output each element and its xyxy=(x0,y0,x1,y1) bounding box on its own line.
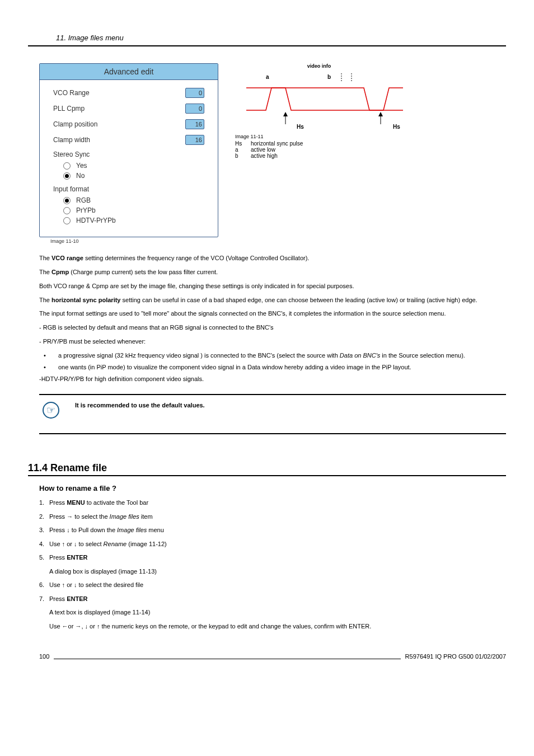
diagram-hs-left: Hs xyxy=(297,124,304,130)
clamp-width-input[interactable]: 16 xyxy=(185,135,204,145)
pll-cpmp-input[interactable]: 0 xyxy=(185,104,204,114)
input-prypb-label: PrYPb xyxy=(76,206,96,214)
svg-marker-3 xyxy=(283,112,288,116)
stereo-yes-radio[interactable]: Yes xyxy=(63,162,204,170)
para-hdtv: -HDTV-PR/Y/PB for high definition compon… xyxy=(39,375,506,383)
diagram-title: video info xyxy=(235,63,403,69)
input-hdtv-label: HDTV-PrYPb xyxy=(76,217,116,224)
radio-icon xyxy=(63,217,71,224)
diagram-caption: Image 11-11 xyxy=(235,134,506,139)
para-rgb: - RGB is selected by default and means t… xyxy=(39,323,506,332)
sync-diagram: a b Hs Hs xyxy=(235,71,403,133)
pll-cpmp-label: PLL Cpmp xyxy=(53,105,85,112)
para-hsync: The horizontal sync polarity setting can… xyxy=(39,296,506,304)
radio-icon xyxy=(63,197,71,204)
step-5-sub: A dialog box is displayed (image 11-13) xyxy=(49,567,506,576)
vco-range-label: VCO Range xyxy=(53,89,90,97)
section-heading: 11.4 Rename file xyxy=(28,462,506,476)
step-1: 1.Press MENU to activate the Tool bar xyxy=(39,498,506,508)
panel-title: Advanced edit xyxy=(40,64,218,80)
stereo-yes-label: Yes xyxy=(76,162,87,170)
bullet-progressive: a progressive signal (32 kHz frequency v… xyxy=(39,351,506,360)
pointing-hand-icon: ☞ xyxy=(43,402,59,419)
clamp-width-label: Clamp width xyxy=(53,136,90,144)
para-input-format: The input format settings are used to "t… xyxy=(39,309,506,318)
step-7-sub1: A text box is displayed (image 11-14) xyxy=(49,608,506,617)
stereo-no-radio[interactable]: No xyxy=(63,172,204,180)
para-prypb: - PR/Y/PB must be selected whenever: xyxy=(39,337,506,346)
clamp-position-input[interactable]: 16 xyxy=(185,119,204,129)
step-2: 2.Press → to select the Image files item xyxy=(39,512,506,522)
note-text: It is recommended to use the default val… xyxy=(75,401,205,408)
panel-caption: Image 11-10 xyxy=(39,238,218,244)
clamp-position-label: Clamp position xyxy=(53,120,97,128)
advanced-edit-panel: Advanced edit VCO Range 0 PLL Cpmp 0 Cla… xyxy=(39,63,218,237)
radio-icon xyxy=(63,162,71,170)
step-5: 5.Press ENTER xyxy=(39,553,506,562)
diagram-legend: Hshorizontal sync pulse aactive low bact… xyxy=(235,140,506,159)
vco-range-input[interactable]: 0 xyxy=(185,88,204,98)
input-format-label: Input format xyxy=(53,185,204,193)
step-7: 7.Press ENTER xyxy=(39,594,506,604)
bullet-pip: one wants (in PiP mode) to visualize the… xyxy=(39,363,506,372)
input-rgb-label: RGB xyxy=(76,196,91,204)
radio-icon xyxy=(63,172,71,180)
doc-id: R5976491 IQ PRO G500 01/02/2007 xyxy=(405,653,506,660)
radio-icon xyxy=(63,207,71,214)
step-6: 6.Use ↑ or ↓ to select the desired file xyxy=(39,580,506,590)
para-vco: The VCO range setting determines the fre… xyxy=(39,254,506,262)
step-4: 4.Use ↑ or ↓ to select Rename (image 11-… xyxy=(39,539,506,549)
step-3: 3.Press ↓ to Pull down the Image files m… xyxy=(39,525,506,535)
note-box: ☞ It is recommended to use the default v… xyxy=(39,394,506,434)
stereo-no-label: No xyxy=(76,172,85,180)
input-prypb-radio[interactable]: PrYPb xyxy=(63,206,204,214)
input-hdtv-radio[interactable]: HDTV-PrYPb xyxy=(63,217,204,224)
svg-marker-5 xyxy=(378,112,383,116)
stereo-sync-label: Stereo Sync xyxy=(53,151,204,158)
step-7-sub2: Use ←or →, ↓ or ↑ the numeric keys on th… xyxy=(49,622,506,631)
footer-rule xyxy=(54,659,400,659)
para-vco-cpmp: Both VCO range & Cpmp are set by the ima… xyxy=(39,282,506,290)
para-cpmp: The Cpmp (Charge pump current) sets the … xyxy=(39,268,506,276)
diagram-hs-right: Hs xyxy=(393,124,400,130)
input-rgb-radio[interactable]: RGB xyxy=(63,196,204,204)
page-number: 100 xyxy=(39,653,49,660)
page-header: 11. Image files menu xyxy=(28,34,506,46)
diagram-b-label: b xyxy=(327,74,331,80)
section-subheading: How to rename a file ? xyxy=(39,484,506,492)
diagram-a-label: a xyxy=(266,74,269,80)
